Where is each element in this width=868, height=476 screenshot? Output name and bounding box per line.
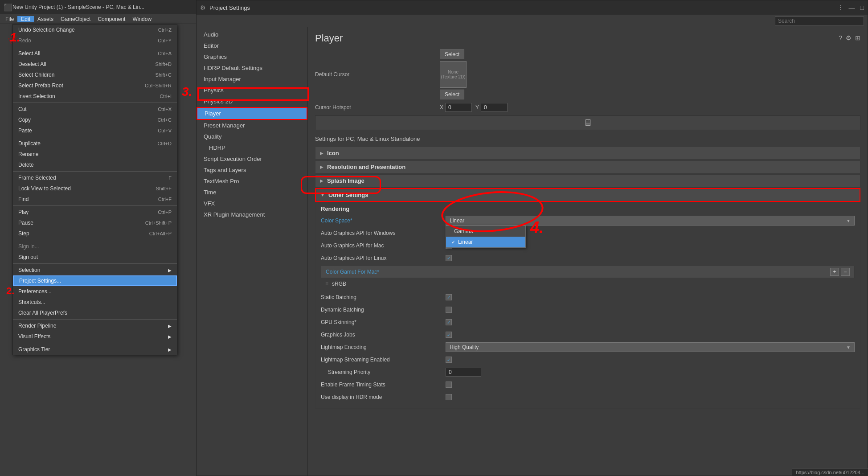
sidebar-item-player[interactable]: Player (197, 107, 307, 120)
menu-item-lock-view[interactable]: Lock View to Selected Shift+F (13, 183, 177, 194)
menu-item-render-pipeline[interactable]: Render Pipeline ▶ (13, 320, 177, 331)
menu-item-step[interactable]: Step Ctrl+Alt+P (13, 228, 177, 239)
menu-component[interactable]: Component (94, 16, 129, 22)
streaming-priority-row: Streaming Priority (321, 367, 855, 377)
menu-item-invert-selection[interactable]: Invert Selection Ctrl+I (13, 91, 177, 102)
color-space-select[interactable]: Linear ▼ (446, 216, 855, 226)
x-input[interactable] (445, 103, 472, 112)
menu-item-preferences[interactable]: Preferences... (13, 286, 177, 297)
lightmap-encoding-select[interactable]: High Quality ▼ (446, 342, 855, 352)
ps-help-icon[interactable]: ? (839, 34, 842, 41)
menu-item-paste[interactable]: Paste Ctrl+V (13, 125, 177, 136)
auto-graphics-windows-row: Auto Graphics API for Windows (321, 228, 855, 238)
menu-item-find[interactable]: Find Ctrl+F (13, 194, 177, 205)
menu-item-copy[interactable]: Copy Ctrl+C (13, 115, 177, 125)
menu-item-duplicate[interactable]: Duplicate Ctrl+D (13, 138, 177, 149)
menu-item-visual-effects[interactable]: Visual Effects ▶ (13, 331, 177, 342)
menu-item-sign-in[interactable]: Sign in... (13, 241, 177, 252)
menu-item-frame-selected[interactable]: Frame Selected F (13, 172, 177, 183)
sidebar-item-audio[interactable]: Audio (197, 29, 307, 40)
ps-settings-icon[interactable]: ⚙ (846, 34, 852, 41)
menu-item-graphics-tier[interactable]: Graphics Tier ▶ (13, 344, 177, 355)
separator-5 (13, 205, 177, 206)
remove-gamut-button[interactable]: − (841, 268, 850, 276)
dynamic-batching-checkbox[interactable] (446, 307, 452, 313)
streaming-priority-input[interactable] (446, 368, 481, 377)
menu-item-selection[interactable]: Selection ▶ (13, 265, 177, 275)
default-cursor-select-button2[interactable]: Select (440, 90, 464, 99)
menu-item-project-settings[interactable]: Project Settings... (13, 275, 177, 286)
dropdown-option-linear[interactable]: ✓ Linear (446, 237, 525, 247)
unity-menu-bar[interactable]: File Edit Assets GameObject Component Wi… (0, 14, 196, 24)
section-icon[interactable]: ▶ Icon (315, 147, 860, 160)
sidebar-item-graphics[interactable]: Graphics (197, 51, 307, 62)
ps-context-menu-icon[interactable]: ⋮ (837, 4, 843, 11)
sidebar-item-tags-layers[interactable]: Tags and Layers (197, 164, 307, 176)
sidebar-item-xr[interactable]: XR Plugin Management (197, 209, 307, 220)
ps-minimize-icon[interactable]: — (849, 4, 855, 11)
section-other-settings[interactable]: ▼ Other Settings (315, 188, 860, 202)
add-remove-buttons: + − (830, 268, 850, 276)
sidebar-item-textmesh[interactable]: TextMesh Pro (197, 176, 307, 187)
ps-search-input[interactable] (775, 16, 864, 25)
step-label: Step (18, 230, 29, 237)
menu-item-rename[interactable]: Rename (13, 149, 177, 160)
srgb-gamut-row: ≡ sRGB (321, 279, 855, 289)
sidebar-item-physics2d[interactable]: Physics 2D (197, 96, 307, 107)
menu-item-delete[interactable]: Delete (13, 160, 177, 170)
menu-item-shortcuts[interactable]: Shortcuts... (13, 297, 177, 308)
ps-window-controls[interactable]: ⋮ — □ (837, 4, 864, 11)
sidebar-item-hdrp[interactable]: HDRP (197, 142, 307, 153)
gpu-skinning-checkbox[interactable] (446, 319, 452, 325)
sidebar-item-preset-manager[interactable]: Preset Manager (197, 120, 307, 131)
menu-item-pause[interactable]: Pause Ctrl+Shift+P (13, 217, 177, 228)
y-input[interactable] (481, 103, 508, 112)
color-space-dropdown-arrow: ▼ (846, 218, 851, 223)
menu-edit[interactable]: Edit (17, 16, 34, 22)
select-prefab-root-shortcut: Ctrl+Shift+R (145, 83, 172, 88)
shortcuts-label: Shortcuts... (18, 299, 45, 305)
color-space-row: Color Space* Linear ▼ (321, 216, 855, 226)
dropdown-option-gamma[interactable]: Gamma (446, 226, 525, 237)
delete-label: Delete (18, 162, 34, 168)
static-batching-checkbox[interactable] (446, 294, 452, 300)
menu-item-clear-playerprefs[interactable]: Clear All PlayerPrefs (13, 308, 177, 318)
sidebar-item-vfx[interactable]: VFX (197, 198, 307, 209)
sidebar-item-script-execution[interactable]: Script Execution Order (197, 153, 307, 164)
menu-gameobject[interactable]: GameObject (57, 16, 94, 22)
sidebar-item-time[interactable]: Time (197, 187, 307, 198)
hdr-mode-checkbox[interactable] (446, 394, 452, 400)
menu-item-deselect-all[interactable]: Deselect All Shift+D (13, 59, 177, 70)
default-cursor-select-button[interactable]: Select (440, 49, 464, 59)
sidebar-item-input-manager[interactable]: Input Manager (197, 74, 307, 85)
sidebar-item-physics[interactable]: Physics (197, 85, 307, 96)
sidebar-item-quality[interactable]: Quality (197, 131, 307, 142)
sidebar-item-editor[interactable]: Editor (197, 40, 307, 51)
ps-maximize-icon[interactable]: □ (860, 4, 864, 11)
add-gamut-button[interactable]: + (830, 268, 839, 276)
sidebar-item-hdrp-default[interactable]: HDRP Default Settings (197, 62, 307, 74)
lightmap-streaming-checkbox[interactable] (446, 357, 452, 363)
menu-item-sign-out[interactable]: Sign out (13, 252, 177, 263)
menu-file[interactable]: File (2, 16, 17, 22)
other-settings-content: Rendering Color Space* Linear ▼ (315, 202, 860, 409)
section-resolution[interactable]: ▶ Resolution and Presentation (315, 160, 860, 173)
menu-item-undo[interactable]: Undo Selection Change Ctrl+Z (13, 25, 177, 35)
frame-timing-row: Enable Frame Timing Stats (321, 380, 855, 390)
section-splash[interactable]: ▶ Splash Image (315, 174, 860, 187)
menu-item-redo[interactable]: Redo Ctrl+Y (13, 35, 177, 46)
settings-for-label: Settings for PC, Mac & Linux Standalone (315, 135, 860, 142)
menu-window[interactable]: Window (129, 16, 155, 22)
menu-item-cut[interactable]: Cut Ctrl+X (13, 104, 177, 115)
auto-graphics-linux-checkbox[interactable] (446, 255, 452, 261)
lock-view-shortcut: Shift+F (156, 186, 172, 191)
menu-item-play[interactable]: Play Ctrl+P (13, 207, 177, 217)
menu-item-select-prefab-root[interactable]: Select Prefab Root Ctrl+Shift+R (13, 80, 177, 91)
ps-layout-icon[interactable]: ⊞ (855, 34, 860, 41)
menu-assets[interactable]: Assets (34, 16, 57, 22)
graphics-jobs-checkbox[interactable] (446, 332, 452, 338)
streaming-priority-label: Streaming Priority (321, 369, 446, 375)
menu-item-select-all[interactable]: Select All Ctrl+A (13, 48, 177, 59)
frame-timing-checkbox[interactable] (446, 382, 452, 388)
menu-item-select-children[interactable]: Select Children Shift+C (13, 70, 177, 80)
